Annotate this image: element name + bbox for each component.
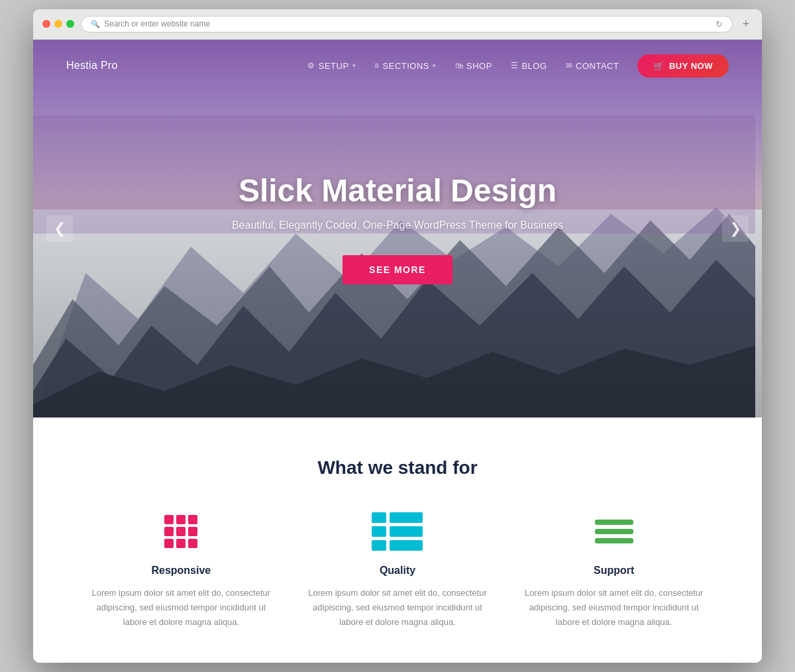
nav-item-setup[interactable]: ⚙ SETUP ▾ <box>307 61 356 71</box>
table-cell <box>390 512 423 523</box>
features-section: What we stand for <box>33 418 762 663</box>
nav-label-contact: CONTACT <box>576 61 619 71</box>
close-button[interactable] <box>42 20 50 28</box>
table-cell <box>390 526 423 537</box>
blog-icon: ☰ <box>511 61 519 70</box>
features-grid: Responsive Lorem ipsum dolor sit amet el… <box>86 512 709 630</box>
feature-item-support: Support Lorem ipsum dolor sit amet elit … <box>519 512 709 630</box>
feature-desc-responsive: Lorem ipsum dolor sit amet elit do, cons… <box>86 586 276 630</box>
hero-title: Slick Material Design <box>232 172 563 209</box>
icon-line-1 <box>595 520 633 525</box>
hero-subtitle: Beautiful, Elegantly Coded, One-Page Wor… <box>232 219 563 231</box>
shop-icon: 🛍 <box>455 61 464 70</box>
table-cell <box>372 540 386 551</box>
table-row-2 <box>372 526 423 537</box>
table-cell <box>390 540 423 551</box>
quality-icon-wrap <box>303 512 493 551</box>
sections-icon: ≡ <box>374 61 380 70</box>
hero-content: Slick Material Design Beautiful, Elegant… <box>205 172 590 284</box>
browser-window: 🔍 Search or enter website name ↻ + <box>33 9 762 663</box>
nav-brand: Hestia Pro <box>66 60 118 72</box>
feature-name-responsive: Responsive <box>86 565 276 577</box>
hero-section: Hestia Pro ⚙ SETUP ▾ ≡ SECTIONS ▾ 🛍 SHO <box>33 40 762 418</box>
support-icon <box>595 520 633 543</box>
grid-dot <box>164 515 174 524</box>
traffic-lights <box>42 20 74 28</box>
feature-desc-quality: Lorem ipsum dolor sit amet elit do, cons… <box>303 586 493 630</box>
features-section-title: What we stand for <box>86 457 709 478</box>
nav-label-setup: SETUP <box>319 61 349 71</box>
grid-dot <box>164 527 174 536</box>
search-icon: 🔍 <box>91 20 100 28</box>
support-icon-wrap <box>519 512 709 551</box>
cart-icon: 🛒 <box>653 61 664 71</box>
grid-dot <box>176 539 186 548</box>
url-bar[interactable]: 🔍 Search or enter website name ↻ <box>81 16 733 32</box>
nav-item-sections[interactable]: ≡ SECTIONS ▾ <box>374 61 436 71</box>
nav-links: ⚙ SETUP ▾ ≡ SECTIONS ▾ 🛍 SHOP ☰ <box>307 54 729 78</box>
grid-dot <box>176 515 186 524</box>
buy-btn-label: BUY NOW <box>669 61 713 71</box>
next-arrow-icon: ❯ <box>729 220 741 237</box>
feature-item-quality: Quality Lorem ipsum dolor sit amet elit … <box>303 512 493 630</box>
nav-label-sections: SECTIONS <box>383 61 429 71</box>
buy-now-button[interactable]: 🛒 BUY NOW <box>637 54 729 78</box>
table-row-3 <box>372 540 423 551</box>
nav-item-shop[interactable]: 🛍 SHOP <box>455 61 492 71</box>
grid-dot <box>176 527 186 536</box>
browser-chrome: 🔍 Search or enter website name ↻ + <box>33 9 762 40</box>
grid-dot <box>188 539 197 548</box>
responsive-icon-wrap <box>86 512 276 551</box>
icon-line-3 <box>595 538 633 543</box>
navbar: Hestia Pro ⚙ SETUP ▾ ≡ SECTIONS ▾ 🛍 SHO <box>33 40 762 92</box>
quality-icon <box>372 512 423 551</box>
table-row-1 <box>372 512 423 523</box>
grid-dot <box>164 539 174 548</box>
new-tab-button[interactable]: + <box>739 17 753 30</box>
feature-item-responsive: Responsive Lorem ipsum dolor sit amet el… <box>86 512 276 630</box>
grid-dot <box>188 515 197 524</box>
chevron-down-icon-2: ▾ <box>433 62 437 69</box>
icon-line-2 <box>595 529 633 534</box>
prev-arrow-icon: ❮ <box>54 220 66 237</box>
nav-label-shop: SHOP <box>466 61 492 71</box>
hero-next-button[interactable]: ❯ <box>722 215 749 242</box>
website-content: Hestia Pro ⚙ SETUP ▾ ≡ SECTIONS ▾ 🛍 SHO <box>33 40 762 663</box>
feature-name-support: Support <box>519 565 709 577</box>
setup-icon: ⚙ <box>307 61 315 70</box>
maximize-button[interactable] <box>66 20 74 28</box>
url-bar-text: Search or enter website name <box>104 19 210 28</box>
minimize-button[interactable] <box>54 20 62 28</box>
contact-icon: ✉ <box>566 61 573 70</box>
table-cell <box>372 526 386 537</box>
hero-prev-button[interactable]: ❮ <box>46 215 73 242</box>
responsive-icon <box>164 515 197 548</box>
nav-label-blog: BLOG <box>521 61 547 71</box>
table-cell <box>372 512 386 523</box>
hero-cta-button[interactable]: SEE MORE <box>343 255 452 284</box>
nav-item-blog[interactable]: ☰ BLOG <box>511 61 547 71</box>
grid-dot <box>188 527 197 536</box>
refresh-icon[interactable]: ↻ <box>716 19 723 29</box>
feature-name-quality: Quality <box>303 565 493 577</box>
nav-item-contact[interactable]: ✉ CONTACT <box>566 61 619 71</box>
feature-desc-support: Lorem ipsum dolor sit amet elit do, cons… <box>519 586 709 630</box>
chevron-down-icon: ▾ <box>352 62 356 69</box>
